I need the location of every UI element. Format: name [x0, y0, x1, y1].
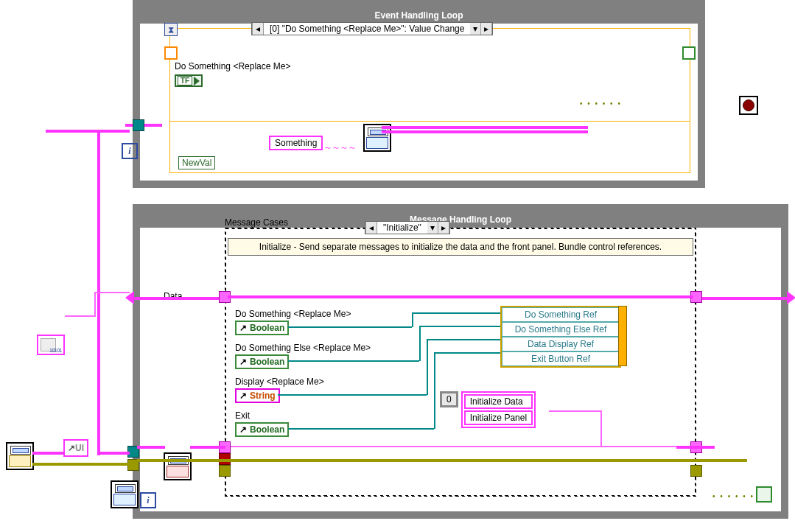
ref1-type: ↗Boolean — [235, 354, 289, 369]
chevron-down-icon[interactable]: ▾ — [427, 222, 438, 234]
bundle-item-3: Exit Button Ref — [502, 351, 620, 366]
ref0-type: ↗Boolean — [235, 321, 289, 335]
chevron-right-icon[interactable]: ▸ — [438, 222, 449, 234]
loop-stop-terminal[interactable] — [739, 96, 758, 115]
bundle-item-0: Do Something Ref — [502, 307, 620, 322]
star-icon — [9, 455, 31, 467]
bundle-item-1: Do Something Else Ref — [502, 322, 620, 337]
wire-stop-dotted — [580, 98, 639, 108]
bundle-by-name[interactable]: Do Something Ref Do Something Else Ref D… — [500, 306, 621, 368]
dynamic-event-left-icon — [164, 46, 178, 60]
ref3-label: Exit — [235, 410, 250, 421]
wire-stop-dotted-2 — [712, 491, 754, 501]
tf-tag: TF — [178, 76, 192, 85]
chevron-left-icon[interactable]: ◂ — [365, 222, 377, 234]
err-case-tunnel-right — [690, 465, 702, 477]
typedef-const-icon[interactable] — [37, 335, 65, 355]
case-comment: Initialize - Send separate messages to i… — [228, 238, 693, 256]
event-loop-border: Event Handling Loop ◂ [0] "Do Something … — [133, 0, 705, 188]
enqueue-message-subvi-bottom[interactable] — [111, 480, 139, 508]
message-case-name: "Initialize" — [377, 222, 427, 234]
enqueue-arrow-icon — [113, 494, 136, 505]
ref1-label: Do Something Else <Replace Me> — [235, 343, 371, 353]
dynamic-event-right-icon — [682, 46, 696, 60]
message-case-selector[interactable]: ◂ "Initialize" ▾ ▸ — [365, 221, 450, 234]
something-string-const[interactable]: Something — [269, 136, 323, 150]
ref2-label: Display <Replace Me> — [235, 377, 324, 387]
loop-iteration-terminal: i — [122, 143, 138, 159]
hourglass-icon — [164, 23, 178, 36]
ui-const-text: UI — [75, 443, 84, 453]
bundle-output-terminal — [618, 306, 627, 366]
shift-register-right-icon — [787, 291, 795, 304]
bundle-item-2: Data Display Ref — [502, 337, 620, 351]
create-queue-subvi[interactable] — [6, 442, 34, 470]
array-item-1: Initialize Panel — [464, 410, 533, 425]
loop-iteration-terminal-2: i — [140, 492, 156, 508]
event-case-selector[interactable]: ◂ [0] "Do Something <Replace Me>": Value… — [251, 22, 493, 35]
event-newval: NewVal — [178, 156, 215, 169]
dequeue-arrow-icon — [167, 466, 189, 477]
err-case-tunnel-left — [219, 465, 231, 477]
event-case-name: [0] "Do Something <Replace Me>": Value C… — [264, 23, 470, 35]
stop-icon — [743, 99, 754, 111]
message-loop-border: Message Handling Loop Data Message Cases… — [133, 204, 788, 519]
boolean-tf-terminal: TF — [175, 74, 203, 87]
loop-conditional-terminal[interactable] — [756, 486, 772, 503]
init-messages-array[interactable]: 0 Initialize Data Initialize Panel — [440, 391, 536, 428]
dequeue-message-subvi[interactable] — [164, 452, 192, 480]
enqueue-arrow-icon — [366, 137, 388, 149]
event-structure: ◂ [0] "Do Something <Replace Me>": Value… — [169, 28, 690, 173]
event-loop-title: Event Handling Loop — [140, 7, 698, 24]
tunnel-left — [133, 119, 144, 131]
ref2-type: ↗String — [235, 388, 280, 403]
mailbox-icon — [115, 484, 136, 493]
boolean-control-label: Do Something <Replace Me> — [175, 61, 290, 71]
ref0-label: Do Something <Replace Me> — [235, 309, 351, 319]
ui-queue-name-const[interactable]: ↗UI — [63, 439, 88, 457]
array-item-0: Initialize Data — [464, 394, 533, 409]
message-case-structure: Message Cases ◂ "Initialize" ▾ ▸ Initial… — [225, 228, 696, 497]
wire-pink-dash: ～～～～ — [323, 141, 356, 154]
array-index[interactable]: 0 — [441, 393, 457, 406]
block-diagram: Event Handling Loop ◂ [0] "Do Something … — [0, 0, 795, 532]
something-const-text: Something — [275, 138, 317, 148]
chevron-down-icon[interactable]: ▾ — [470, 23, 480, 35]
mailbox-icon — [10, 446, 31, 455]
chevron-left-icon[interactable]: ◂ — [252, 23, 264, 35]
ref3-type: ↗Boolean — [235, 422, 289, 437]
event-data-divider — [170, 121, 690, 122]
case-name-label: Message Cases — [225, 217, 288, 228]
tf-arrow-icon — [194, 77, 200, 85]
chevron-right-icon[interactable]: ▸ — [480, 23, 492, 35]
case-comment-text: Initialize - Send separate messages to i… — [259, 242, 662, 252]
